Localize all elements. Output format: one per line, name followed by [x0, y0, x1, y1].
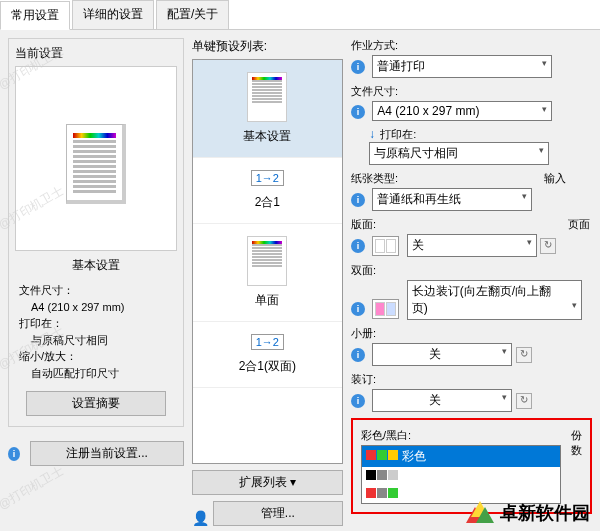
preset-item-label: 基本设置 [193, 128, 342, 145]
info-icon[interactable]: i [8, 447, 20, 461]
preset-list-title: 单键预设列表: [192, 38, 343, 55]
preset-item[interactable]: 1→2 2合1 [193, 158, 342, 224]
duplex-preview-icon [372, 299, 399, 319]
preset-item[interactable]: 基本设置 [193, 60, 342, 158]
info-icon[interactable]: i [351, 394, 365, 408]
tab-detailed[interactable]: 详细的设置 [72, 0, 154, 29]
info-icon[interactable]: i [351, 105, 365, 119]
duplex-select[interactable]: 长边装订(向左翻页/向上翻页) [407, 280, 582, 320]
booklet-detail-button[interactable]: ↻ [516, 347, 532, 363]
preset-name-label: 基本设置 [15, 257, 177, 274]
print-on-label: 打印在: [380, 128, 416, 140]
row-value: A4 (210 x 297 mm) [19, 299, 173, 316]
user-icon: 👤 [192, 510, 209, 526]
binding-select[interactable]: 关 [372, 389, 512, 412]
info-icon[interactable]: i [351, 239, 365, 253]
layout-preview-icon [372, 236, 399, 256]
layout-label: 版面: [351, 217, 556, 232]
document-preview-icon [66, 124, 126, 204]
preview-box [15, 66, 177, 251]
color-mode-select[interactable]: 彩色 [361, 445, 561, 504]
settings-summary-button[interactable]: 设置摘要 [26, 391, 166, 416]
register-settings-button[interactable]: 注册当前设置... [30, 441, 184, 466]
tab-bar: 常用设置 详细的设置 配置/关于 [0, 0, 600, 30]
preset-badge-icon: 1→2 [251, 170, 284, 186]
doc-size-label: 文件尺寸: [351, 84, 592, 99]
input-tray-label: 输入 [544, 171, 566, 186]
logo-icon [466, 501, 494, 525]
binding-label: 装订: [351, 372, 592, 387]
logo-text: 卓新软件园 [500, 501, 590, 525]
current-settings-title: 当前设置 [15, 45, 177, 62]
preset-item[interactable]: 1→2 2合1(双面) [193, 322, 342, 388]
layout-select[interactable]: 关 [407, 234, 537, 257]
row-label: 缩小/放大： [19, 348, 173, 365]
preset-thumb-icon [247, 72, 287, 122]
color-mode-label: 彩色/黑白: [361, 428, 561, 443]
info-icon[interactable]: i [351, 302, 365, 316]
copies-label: 份数 [571, 428, 582, 458]
info-icon[interactable]: i [351, 60, 365, 74]
current-settings-group: 当前设置 基本设置 文件尺寸： A4 (210 x 297 mm) 打印在： 与… [8, 38, 184, 427]
booklet-label: 小册: [351, 326, 592, 341]
preset-list[interactable]: 基本设置 1→2 2合1 单面 1→2 2合1(双面) [192, 59, 343, 464]
settings-summary: 文件尺寸： A4 (210 x 297 mm) 打印在： 与原稿尺寸相同 缩小/… [15, 282, 177, 381]
binding-detail-button[interactable]: ↻ [516, 393, 532, 409]
manage-button[interactable]: 管理... [213, 501, 343, 526]
preset-item-label: 2合1 [193, 194, 342, 211]
preset-thumb-icon [247, 236, 287, 286]
page-order-label: 页面 [568, 217, 590, 232]
expand-list-button[interactable]: 扩展列表 ▾ [192, 470, 343, 495]
duplex-label: 双面: [351, 263, 592, 278]
preset-item-label: 2合1(双面) [193, 358, 342, 375]
paper-type-select[interactable]: 普通纸和再生纸 [372, 188, 532, 211]
arrow-down-icon: ↓ [369, 127, 375, 141]
site-logo: 卓新软件园 [466, 501, 590, 525]
paper-type-label: 纸张类型: [351, 171, 532, 186]
preset-item-label: 单面 [193, 292, 342, 309]
booklet-select[interactable]: 关 [372, 343, 512, 366]
row-value: 自动匹配打印尺寸 [19, 365, 173, 382]
doc-size-select[interactable]: A4 (210 x 297 mm) [372, 101, 552, 121]
job-type-label: 作业方式: [351, 38, 592, 53]
row-value: 与原稿尺寸相同 [19, 332, 173, 349]
tab-common[interactable]: 常用设置 [0, 1, 70, 30]
color-option: 彩色 [402, 449, 426, 463]
preset-badge-icon: 1→2 [251, 334, 284, 350]
color-mode-group: 彩色/黑白: 彩色 份数 [351, 418, 592, 514]
preset-item[interactable]: 单面 [193, 224, 342, 322]
job-type-select[interactable]: 普通打印 [372, 55, 552, 78]
info-icon[interactable]: i [351, 193, 365, 207]
info-icon[interactable]: i [351, 348, 365, 362]
row-label: 文件尺寸： [19, 282, 173, 299]
tab-config[interactable]: 配置/关于 [156, 0, 229, 29]
row-label: 打印在： [19, 315, 173, 332]
layout-detail-button[interactable]: ↻ [540, 238, 556, 254]
print-on-select[interactable]: 与原稿尺寸相同 [369, 142, 549, 165]
color-option-bw[interactable] [362, 467, 560, 485]
